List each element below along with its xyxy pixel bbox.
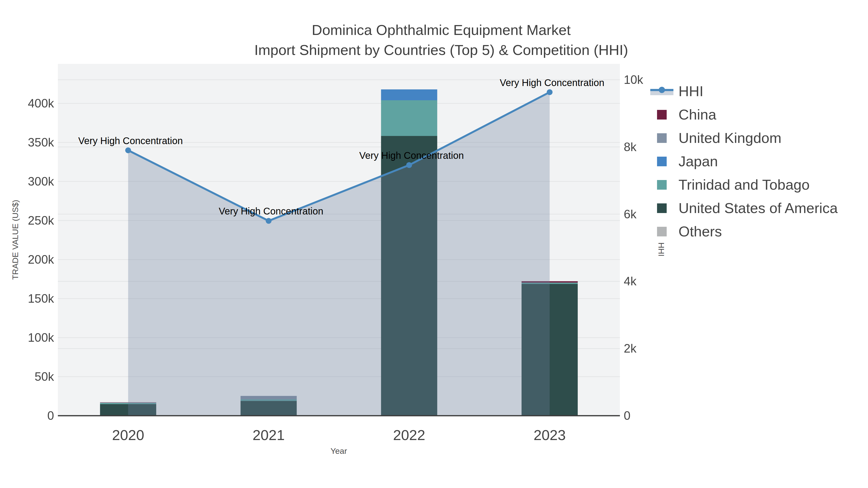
y-left-tick-100k: 100k (28, 331, 54, 345)
y-right-tick-10k: 10k (624, 73, 644, 87)
y-left-tick-300k: 300k (28, 175, 54, 188)
legend-item-china[interactable]: China (649, 103, 838, 126)
legend-label-japan: Japan (679, 153, 718, 170)
hhi-marker-2022[interactable] (406, 162, 412, 168)
legend-item-united-states-of-america[interactable]: United States of America (649, 196, 838, 220)
legend-label-hhi: HHI (679, 83, 703, 100)
legend: HHIChinaUnited KingdomJapanTrinidad and … (649, 79, 838, 243)
legend-item-others[interactable]: Others (649, 220, 838, 243)
y-left-tick-350k: 350k (28, 136, 54, 149)
annotation-2022: Very High Concentration (359, 150, 464, 161)
annotation-2023: Very High Concentration (500, 77, 604, 88)
legend-item-united-kingdom[interactable]: United Kingdom (649, 126, 838, 150)
y-right-tick-2k: 2k (624, 342, 637, 355)
united-states-of-america-swatch-icon (649, 203, 675, 213)
hhi-marker-2023[interactable] (547, 89, 553, 95)
hhi-marker-2021[interactable] (266, 218, 272, 224)
chart-title-line1: Dominica Ophthalmic Equipment Market (7, 22, 868, 38)
united-kingdom-swatch-icon (649, 133, 675, 143)
hhi-marker-2020[interactable] (125, 148, 131, 153)
japan-swatch-icon (649, 157, 675, 166)
x-tick-2021: 2021 (252, 427, 284, 443)
chart-title-line2: Import Shipment by Countries (Top 5) & C… (7, 42, 868, 59)
hhi-line-icon (649, 86, 675, 97)
x-tick-2020: 2020 (112, 427, 144, 443)
legend-item-hhi[interactable]: HHI (649, 79, 838, 103)
annotation-2021: Very High Concentration (219, 206, 323, 217)
y-left-tick-200k: 200k (28, 253, 54, 266)
swatch (657, 157, 667, 166)
hhi-symbol-dot (659, 87, 665, 93)
trinidad-and-tobago-swatch-icon (649, 180, 675, 190)
y-left-tick-0: 0 (47, 409, 54, 422)
swatch (657, 133, 667, 143)
legend-item-trinidad-and-tobago[interactable]: Trinidad and Tobago (649, 173, 838, 196)
legend-label-others: Others (679, 223, 722, 240)
y-right-tick-6k: 6k (624, 207, 637, 221)
y-right-tick-8k: 8k (624, 140, 637, 154)
others-swatch-icon (649, 227, 675, 236)
y-right-tick-0: 0 (624, 409, 630, 422)
y-left-tick-250k: 250k (28, 214, 54, 227)
x-tick-2022: 2022 (393, 427, 425, 443)
y-axis-right-title: HHI (656, 242, 666, 257)
china-swatch-icon (649, 110, 675, 120)
legend-label-united-states-of-america: United States of America (679, 200, 838, 217)
swatch (657, 227, 667, 236)
annotation-2020: Very High Concentration (79, 135, 183, 146)
bar-segment-2022-trinidad-and-tobago[interactable] (381, 100, 437, 136)
swatch (657, 203, 667, 213)
y-right-tick-4k: 4k (624, 274, 637, 288)
legend-label-united-kingdom: United Kingdom (679, 130, 781, 146)
x-axis-title: Year (331, 446, 347, 456)
legend-label-china: China (679, 106, 716, 123)
y-left-tick-150k: 150k (28, 292, 54, 305)
chart-canvas: 050k100k150k200k250k300k350k400k02k4k6k8… (0, 0, 868, 488)
legend-label-trinidad-and-tobago: Trinidad and Tobago (679, 176, 810, 193)
y-left-tick-400k: 400k (28, 97, 54, 110)
bar-segment-2022-japan[interactable] (381, 89, 437, 100)
swatch (657, 110, 667, 120)
swatch (657, 180, 667, 190)
y-left-tick-50k: 50k (34, 370, 54, 383)
x-tick-2023: 2023 (534, 427, 566, 443)
legend-item-japan[interactable]: Japan (649, 150, 838, 173)
y-axis-left-title: TRADE VALUE (US$) (10, 200, 20, 280)
figure: 050k100k150k200k250k300k350k400k02k4k6k8… (0, 0, 868, 488)
